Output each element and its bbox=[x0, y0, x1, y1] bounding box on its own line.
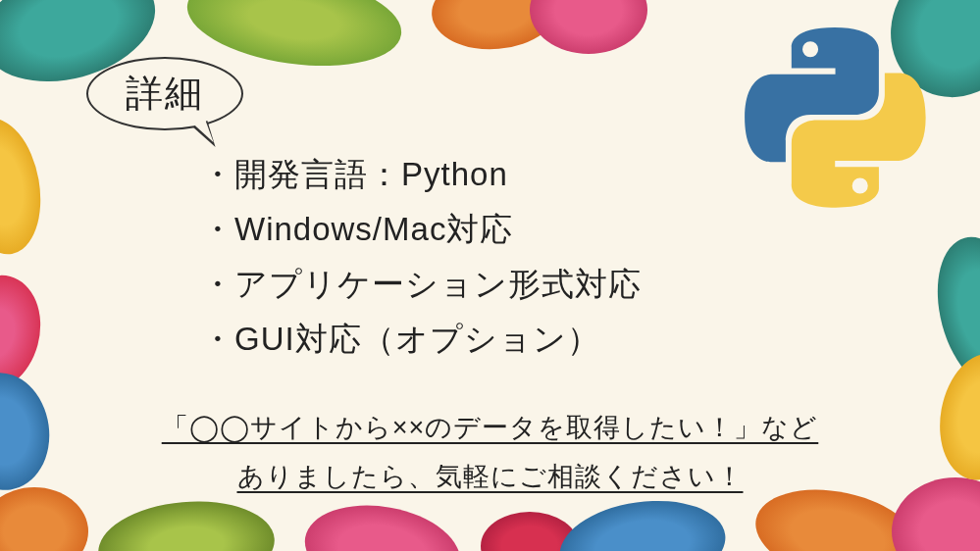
paint-decoration bbox=[0, 112, 51, 261]
paint-decoration bbox=[0, 367, 57, 496]
details-list: ・開発言語：Python ・Windows/Mac対応 ・アプリケーション形式対… bbox=[201, 147, 642, 367]
footer-line-1: 「◯◯サイトから××のデータを取得したい！」など bbox=[69, 404, 912, 453]
footer-line-2: ありましたら、気軽にご相談ください！ bbox=[69, 453, 912, 502]
footer-message: 「◯◯サイトから××のデータを取得したい！」など ありましたら、気軽にご相談くだ… bbox=[69, 404, 912, 502]
list-item: ・アプリケーション形式対応 bbox=[201, 257, 642, 312]
list-item: ・Windows/Mac対応 bbox=[201, 202, 642, 257]
list-item: ・開発言語：Python bbox=[201, 147, 642, 202]
paint-decoration bbox=[530, 0, 647, 54]
paint-decoration bbox=[930, 347, 980, 487]
page-title: 詳細 bbox=[126, 69, 204, 119]
paint-decoration bbox=[297, 494, 467, 551]
paint-decoration bbox=[94, 494, 278, 551]
title-bubble: 詳細 bbox=[86, 57, 243, 130]
python-logo-icon bbox=[745, 27, 926, 209]
list-item: ・GUI対応（オプション） bbox=[201, 312, 642, 367]
